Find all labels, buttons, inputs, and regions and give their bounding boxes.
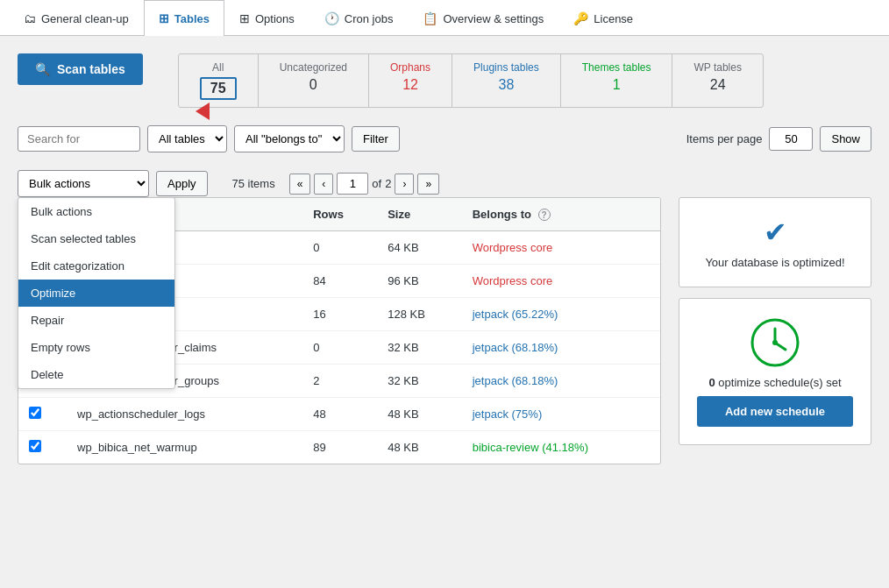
- schedule-count: 0 optimize schedule(s) set: [708, 376, 841, 389]
- dropdown-item-delete[interactable]: Delete: [18, 361, 174, 388]
- cell-size: 64 KB: [377, 231, 462, 265]
- row-checkbox[interactable]: [29, 407, 41, 419]
- belongs-link[interactable]: jetpack (75%): [473, 407, 542, 421]
- tables-dropdown[interactable]: All tables: [147, 125, 227, 152]
- add-schedule-button[interactable]: Add new schedule: [697, 396, 853, 427]
- dropdown-item-repair[interactable]: Repair: [18, 307, 174, 334]
- items-per-page-label: Items per page: [686, 132, 763, 145]
- cell-size: 128 KB: [377, 298, 462, 331]
- right-panel: ✔ Your database is optimized! 0 optimize…: [679, 197, 871, 464]
- filter-uncategorized[interactable]: Uncategorized 0: [259, 54, 369, 107]
- cell-rows: 84: [302, 265, 377, 298]
- prev-page-button[interactable]: ‹: [314, 174, 333, 195]
- apply-button[interactable]: Apply: [156, 171, 208, 196]
- tab-options[interactable]: ⊞ Options: [224, 0, 309, 36]
- top-navigation: 🗂 General clean-up ⊞ Tables ⊞ Options 🕐 …: [0, 0, 889, 36]
- filter-counts: All 75 Uncategorized 0 Orphans 12 Plugin…: [178, 53, 764, 108]
- items-per-page-row: Items per page Show: [686, 126, 871, 152]
- belongs-link[interactable]: Wordpress core: [473, 241, 553, 254]
- belongs-to-dropdown[interactable]: All "belongs to": [234, 125, 345, 152]
- filter-themes[interactable]: Themes tables 1: [561, 54, 673, 107]
- col-belongs: Belongs to ?: [462, 198, 660, 231]
- table-row: wp_bibica_net_warmup 89 48 KB bibica-rev…: [18, 431, 660, 464]
- clock-icon: [749, 316, 801, 369]
- show-button[interactable]: Show: [820, 126, 871, 152]
- cell-size: 32 KB: [377, 331, 462, 365]
- cell-rows: 2: [302, 365, 377, 398]
- scan-tables-button[interactable]: 🔍 Scan tables: [18, 53, 143, 85]
- cell-size: 48 KB: [377, 431, 462, 464]
- optimized-text: Your database is optimized!: [705, 256, 844, 269]
- dropdown-item-scan[interactable]: Scan selected tables: [18, 225, 174, 252]
- cell-size: 96 KB: [377, 265, 462, 298]
- col-size: Size: [377, 198, 462, 231]
- belongs-link[interactable]: jetpack (65.22%): [473, 308, 558, 321]
- search-input[interactable]: [18, 126, 140, 152]
- belongs-link[interactable]: jetpack (68.18%): [473, 374, 558, 387]
- filter-plugins[interactable]: Plugins tables 38: [452, 54, 561, 107]
- optimized-card: ✔ Your database is optimized!: [679, 197, 871, 287]
- belongs-link[interactable]: bibica-review (41.18%): [473, 441, 588, 454]
- svg-point-3: [772, 340, 778, 345]
- cell-rows: 48: [302, 398, 377, 431]
- table-row: wp_actionscheduler_logs 48 48 KB jetpack…: [18, 398, 660, 431]
- cell-rows: 16: [302, 298, 377, 331]
- cell-rows: 0: [302, 231, 377, 265]
- pagination: « ‹ of 2 › »: [289, 173, 439, 195]
- filter-wp[interactable]: WP tables 24: [672, 54, 762, 107]
- actions-row: Bulk actions Bulk actions Scan selected …: [18, 170, 871, 197]
- dropdown-item-edit[interactable]: Edit categorization: [18, 252, 174, 280]
- schedule-card: 0 optimize schedule(s) set Add new sched…: [679, 298, 871, 445]
- items-per-page-input[interactable]: [769, 127, 813, 151]
- main-content: 🔍 Scan tables All 75 Uncategorized 0 Orp…: [0, 36, 889, 482]
- search-filter-row: All tables All "belongs to" Filter Items…: [18, 125, 871, 152]
- next-page-button[interactable]: ›: [395, 174, 414, 195]
- belongs-help-icon[interactable]: ?: [538, 209, 551, 221]
- dropdown-item-optimize[interactable]: Optimize: [18, 280, 174, 307]
- cell-size: 48 KB: [377, 398, 462, 431]
- filter-orphans[interactable]: Orphans 12: [369, 54, 452, 107]
- row-checkbox[interactable]: [29, 440, 41, 452]
- cell-name: wp_bibica_net_warmup: [67, 431, 302, 464]
- filter-all[interactable]: All 75: [179, 54, 259, 107]
- current-page-input[interactable]: [337, 173, 368, 195]
- cell-rows: 89: [302, 431, 377, 464]
- cron-icon: 🕐: [324, 11, 339, 25]
- tab-cron-jobs[interactable]: 🕐 Cron jobs: [309, 0, 409, 36]
- items-count: 75 items: [232, 177, 275, 190]
- options-icon: ⊞: [239, 11, 250, 25]
- tab-tables[interactable]: ⊞ Tables: [144, 0, 224, 36]
- last-page-button[interactable]: »: [417, 174, 439, 195]
- bulk-actions-select[interactable]: Bulk actions: [18, 170, 149, 197]
- tab-general-cleanup[interactable]: 🗂 General clean-up: [9, 0, 144, 36]
- col-rows: Rows: [302, 198, 377, 231]
- tab-license[interactable]: 🔑 License: [558, 0, 648, 36]
- cell-rows: 0: [302, 331, 377, 365]
- license-icon: 🔑: [573, 11, 588, 25]
- dropdown-item-bulk[interactable]: Bulk actions: [18, 198, 174, 225]
- checkmark-icon: ✔: [764, 216, 787, 249]
- tab-overview-settings[interactable]: 📋 Overview & settings: [408, 0, 558, 36]
- dropdown-item-empty[interactable]: Empty rows: [18, 334, 174, 361]
- filter-button[interactable]: Filter: [352, 126, 400, 152]
- first-page-button[interactable]: «: [289, 174, 311, 195]
- bulk-actions-wrapper: Bulk actions Bulk actions Scan selected …: [18, 170, 149, 197]
- cleanup-icon: 🗂: [24, 11, 36, 25]
- tables-icon: ⊞: [159, 11, 169, 25]
- overview-icon: 📋: [423, 11, 437, 25]
- cell-name: wp_actionscheduler_logs: [67, 398, 302, 431]
- belongs-link[interactable]: Wordpress core: [473, 274, 553, 287]
- search-icon: 🔍: [35, 62, 50, 76]
- belongs-link[interactable]: jetpack (68.18%): [473, 341, 558, 354]
- bulk-actions-dropdown: Bulk actions Scan selected tables Edit c…: [18, 197, 175, 389]
- cell-size: 32 KB: [377, 365, 462, 398]
